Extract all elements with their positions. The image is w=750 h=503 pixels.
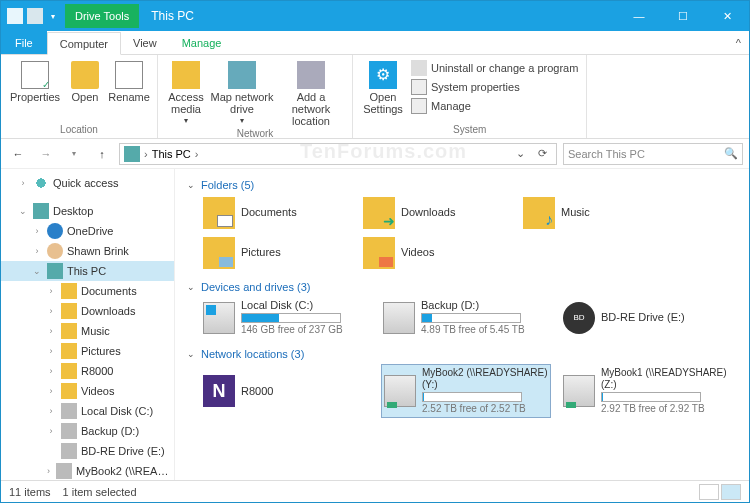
chevron-right-icon[interactable]: › — [142, 148, 150, 160]
status-bar: 11 items 1 item selected — [1, 480, 749, 502]
tree-downloads[interactable]: ›Downloads — [1, 301, 174, 321]
ribbon-group-network: Access media▾ Map network drive▾ Add a n… — [158, 55, 353, 138]
folder-pictures[interactable]: Pictures — [201, 235, 351, 271]
ribbon: Properties Open Rename Location Access m… — [1, 55, 749, 139]
open-button[interactable]: Open — [65, 57, 105, 103]
tree-music[interactable]: ›Music — [1, 321, 174, 341]
search-input[interactable]: Search This PC 🔍 — [563, 143, 743, 165]
drive-c[interactable]: Local Disk (C:)146 GB free of 237 GB — [201, 297, 371, 338]
contextual-tab-drive-tools: Drive Tools — [65, 4, 139, 28]
drive-d[interactable]: Backup (D:)4.89 TB free of 5.45 TB — [381, 297, 551, 338]
recent-dropdown-icon[interactable]: ▾ — [63, 143, 85, 165]
tree-quick-access[interactable]: ›Quick access — [1, 173, 174, 193]
netloc-r8000[interactable]: N R8000 — [201, 364, 371, 418]
tree-thispc[interactable]: ⌄This PC — [1, 261, 174, 281]
folder-videos[interactable]: Videos — [361, 235, 511, 271]
netloc-mybook2[interactable]: MyBook2 (\\READYSHARE) (Y:)2.52 TB free … — [381, 364, 551, 418]
tree-desktop[interactable]: ⌄Desktop — [1, 201, 174, 221]
access-media-button[interactable]: Access media▾ — [164, 57, 208, 126]
tree-bdre[interactable]: BD-RE Drive (E:) — [1, 441, 174, 461]
qat-dropdown-icon[interactable]: ▾ — [47, 12, 59, 21]
titlebar: ▾ Drive Tools This PC — ☐ ✕ — [1, 1, 749, 31]
ribbon-collapse-icon[interactable]: ^ — [728, 31, 749, 54]
details-view-button[interactable] — [699, 484, 719, 500]
drive-e[interactable]: BD-RE Drive (E:) — [561, 297, 731, 338]
manage-button[interactable]: Manage — [409, 97, 580, 115]
navigation-bar: ← → ▾ ↑ › This PC › ⌄ ⟳ Search This PC 🔍 — [1, 139, 749, 169]
maximize-button[interactable]: ☐ — [661, 1, 705, 31]
net-drive-icon — [563, 375, 595, 407]
app-icon[interactable] — [7, 8, 23, 24]
pictures-icon — [203, 237, 235, 269]
tree-backupd[interactable]: ›Backup (D:) — [1, 421, 174, 441]
window-controls: — ☐ ✕ — [617, 1, 749, 31]
refresh-button[interactable]: ⟳ — [532, 147, 552, 160]
os-drive-icon — [203, 302, 235, 334]
minimize-button[interactable]: — — [617, 1, 661, 31]
pc-icon — [124, 146, 140, 162]
section-header-drives[interactable]: ⌄Devices and drives (3) — [185, 277, 739, 297]
properties-button[interactable]: Properties — [7, 57, 63, 103]
tree-documents[interactable]: ›Documents — [1, 281, 174, 301]
tiles-view-button[interactable] — [721, 484, 741, 500]
music-icon — [523, 197, 555, 229]
breadcrumb-thispc[interactable]: This PC — [152, 148, 191, 160]
group-label-system: System — [359, 123, 580, 136]
back-button[interactable]: ← — [7, 143, 29, 165]
uninstall-button[interactable]: Uninstall or change a program — [409, 59, 580, 77]
system-properties-button[interactable]: System properties — [409, 78, 580, 96]
status-selected: 1 item selected — [63, 486, 137, 498]
up-button[interactable]: ↑ — [91, 143, 113, 165]
forward-button[interactable]: → — [35, 143, 57, 165]
ribbon-group-system: Open Settings Uninstall or change a prog… — [353, 55, 587, 138]
drive-icon — [383, 302, 415, 334]
tree-mybook2[interactable]: ›MyBook2 (\\READYSHARE) (Y:) — [1, 461, 174, 480]
qat-item[interactable] — [27, 8, 43, 24]
content-area: ›Quick access ⌄Desktop ›OneDrive ›Shawn … — [1, 169, 749, 480]
net-computer-icon: N — [203, 375, 235, 407]
section-header-folders[interactable]: ⌄Folders (5) — [185, 175, 739, 195]
address-dropdown-icon[interactable]: ⌄ — [510, 147, 530, 160]
window-title: This PC — [139, 9, 206, 23]
search-icon: 🔍 — [724, 147, 738, 160]
bd-drive-icon — [563, 302, 595, 334]
documents-icon — [203, 197, 235, 229]
close-button[interactable]: ✕ — [705, 1, 749, 31]
tree-user[interactable]: ›Shawn Brink — [1, 241, 174, 261]
quick-access-toolbar: ▾ — [1, 8, 65, 24]
view-tab[interactable]: View — [121, 31, 170, 54]
navigation-tree[interactable]: ›Quick access ⌄Desktop ›OneDrive ›Shawn … — [1, 169, 175, 480]
section-header-netloc[interactable]: ⌄Network locations (3) — [185, 344, 739, 364]
folder-documents[interactable]: Documents — [201, 195, 351, 231]
group-label-network: Network — [164, 127, 346, 140]
file-tab[interactable]: File — [1, 31, 47, 54]
add-network-location-button[interactable]: Add a network location — [276, 57, 346, 127]
folder-downloads[interactable]: Downloads — [361, 195, 511, 231]
netloc-mybook1[interactable]: MyBook1 (\\READYSHARE) (Z:)2.92 TB free … — [561, 364, 731, 418]
ribbon-tabs: File Computer View Manage ^ — [1, 31, 749, 55]
folder-music[interactable]: Music — [521, 195, 671, 231]
tree-pictures[interactable]: ›Pictures — [1, 341, 174, 361]
chevron-right-icon[interactable]: › — [193, 148, 201, 160]
tree-videos[interactable]: ›Videos — [1, 381, 174, 401]
net-drive-icon — [384, 375, 416, 407]
tree-r8000[interactable]: ›R8000 — [1, 361, 174, 381]
status-item-count: 11 items — [9, 486, 51, 498]
videos-icon — [363, 237, 395, 269]
manage-tab[interactable]: Manage — [170, 31, 235, 54]
downloads-icon — [363, 197, 395, 229]
search-placeholder: Search This PC — [568, 148, 645, 160]
rename-button[interactable]: Rename — [107, 57, 151, 103]
open-settings-button[interactable]: Open Settings — [359, 57, 407, 115]
ribbon-group-location: Properties Open Rename Location — [1, 55, 158, 138]
tree-onedrive[interactable]: ›OneDrive — [1, 221, 174, 241]
computer-tab[interactable]: Computer — [47, 32, 121, 55]
map-network-drive-button[interactable]: Map network drive▾ — [210, 57, 274, 126]
main-pane[interactable]: ⌄Folders (5) Documents Downloads Music P… — [175, 169, 749, 480]
group-label-location: Location — [7, 123, 151, 136]
breadcrumb[interactable]: › This PC › ⌄ ⟳ — [119, 143, 557, 165]
tree-localc[interactable]: ›Local Disk (C:) — [1, 401, 174, 421]
